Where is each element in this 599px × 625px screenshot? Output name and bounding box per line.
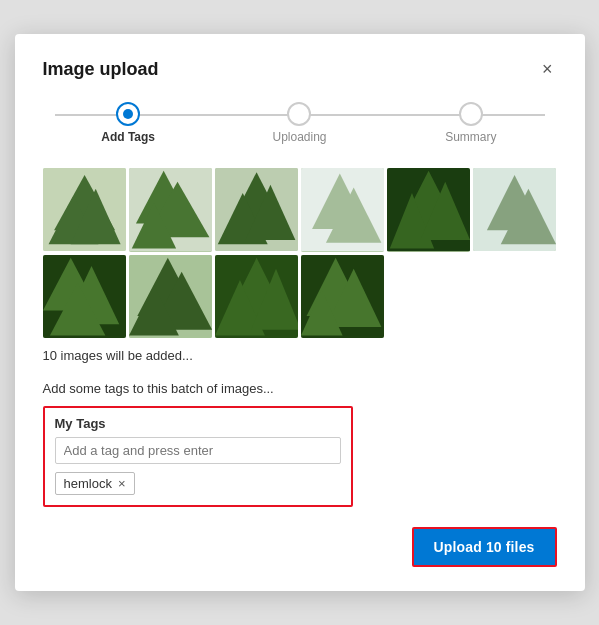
images-count-text: 10 images will be added... — [43, 348, 557, 363]
image-grid — [43, 168, 557, 337]
dialog-title: Image upload — [43, 59, 159, 80]
progress-steps: Add Tags Uploading Summary — [43, 102, 557, 144]
close-button[interactable]: × — [538, 58, 557, 80]
image-cell-9 — [215, 255, 298, 338]
image-cell-7 — [43, 255, 126, 338]
dialog-header: Image upload × — [43, 58, 557, 80]
image-cell-6 — [473, 168, 556, 251]
bottom-bar: Upload 10 files — [43, 527, 557, 567]
image-cell-10 — [301, 255, 384, 338]
image-cell-3 — [215, 168, 298, 251]
step-label-summary: Summary — [445, 130, 496, 144]
tag-label: hemlock — [64, 476, 112, 491]
tag-remove-button[interactable]: × — [118, 477, 126, 490]
image-cell-5 — [387, 168, 470, 251]
step-uploading: Uploading — [214, 102, 385, 144]
image-cell-4 — [301, 168, 384, 251]
image-upload-dialog: Image upload × Add Tags Uploading Summar… — [15, 34, 585, 590]
step-summary: Summary — [385, 102, 556, 144]
image-cell-2 — [129, 168, 212, 251]
tag-input[interactable] — [55, 437, 341, 464]
tag-list: hemlock × — [55, 472, 341, 495]
step-label-uploading: Uploading — [272, 130, 326, 144]
step-add-tags: Add Tags — [43, 102, 214, 144]
image-cell-8 — [129, 255, 212, 338]
my-tags-box: My Tags hemlock × — [43, 406, 353, 507]
upload-button[interactable]: Upload 10 files — [412, 527, 557, 567]
my-tags-title: My Tags — [55, 416, 341, 431]
step-circle-add-tags — [116, 102, 140, 126]
step-circle-uploading — [287, 102, 311, 126]
step-circle-summary — [459, 102, 483, 126]
svg-rect-15 — [301, 168, 384, 251]
tag-item-hemlock: hemlock × — [55, 472, 135, 495]
image-cell-1 — [43, 168, 126, 251]
step-label-add-tags: Add Tags — [101, 130, 155, 144]
add-tags-label: Add some tags to this batch of images... — [43, 381, 557, 396]
svg-rect-23 — [473, 168, 556, 251]
